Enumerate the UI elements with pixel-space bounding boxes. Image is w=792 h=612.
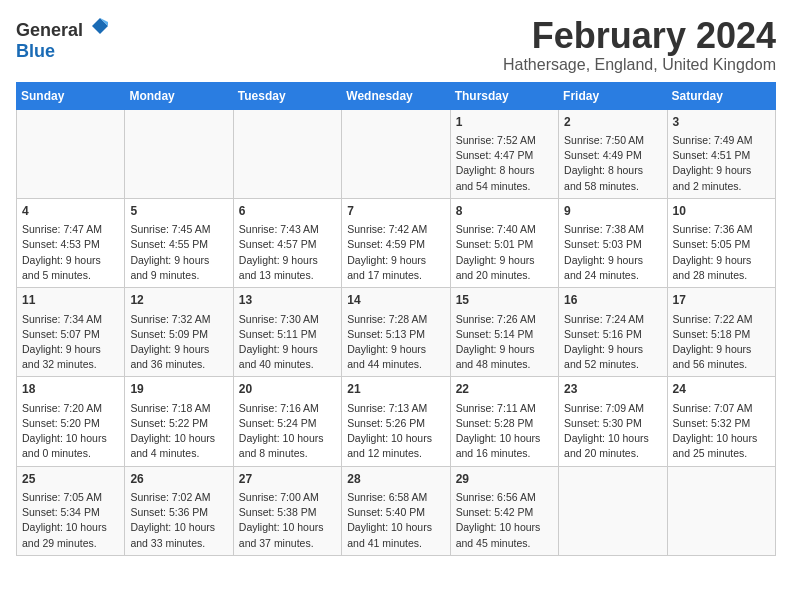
day-info: Sunrise: 7:28 AMSunset: 5:13 PMDaylight:… (347, 312, 444, 373)
day-number: 2 (564, 114, 661, 131)
day-info: Sunrise: 7:42 AMSunset: 4:59 PMDaylight:… (347, 222, 444, 283)
day-number: 21 (347, 381, 444, 398)
day-number: 13 (239, 292, 336, 309)
day-number: 16 (564, 292, 661, 309)
logo-icon (90, 16, 110, 36)
day-info: Sunrise: 7:49 AMSunset: 4:51 PMDaylight:… (673, 133, 770, 194)
table-row: 1Sunrise: 7:52 AMSunset: 4:47 PMDaylight… (450, 109, 558, 198)
col-friday: Friday (559, 82, 667, 109)
day-number: 9 (564, 203, 661, 220)
calendar-header-row: Sunday Monday Tuesday Wednesday Thursday… (17, 82, 776, 109)
table-row: 26Sunrise: 7:02 AMSunset: 5:36 PMDayligh… (125, 466, 233, 555)
table-row: 28Sunrise: 6:58 AMSunset: 5:40 PMDayligh… (342, 466, 450, 555)
day-info: Sunrise: 7:32 AMSunset: 5:09 PMDaylight:… (130, 312, 227, 373)
table-row: 12Sunrise: 7:32 AMSunset: 5:09 PMDayligh… (125, 288, 233, 377)
table-row: 2Sunrise: 7:50 AMSunset: 4:49 PMDaylight… (559, 109, 667, 198)
day-number: 7 (347, 203, 444, 220)
table-row: 3Sunrise: 7:49 AMSunset: 4:51 PMDaylight… (667, 109, 775, 198)
day-number: 10 (673, 203, 770, 220)
table-row: 27Sunrise: 7:00 AMSunset: 5:38 PMDayligh… (233, 466, 341, 555)
table-row: 21Sunrise: 7:13 AMSunset: 5:26 PMDayligh… (342, 377, 450, 466)
table-row: 11Sunrise: 7:34 AMSunset: 5:07 PMDayligh… (17, 288, 125, 377)
day-number: 1 (456, 114, 553, 131)
table-row: 10Sunrise: 7:36 AMSunset: 5:05 PMDayligh… (667, 198, 775, 287)
day-number: 6 (239, 203, 336, 220)
table-row: 24Sunrise: 7:07 AMSunset: 5:32 PMDayligh… (667, 377, 775, 466)
calendar-week-row: 18Sunrise: 7:20 AMSunset: 5:20 PMDayligh… (17, 377, 776, 466)
col-sunday: Sunday (17, 82, 125, 109)
day-info: Sunrise: 6:58 AMSunset: 5:40 PMDaylight:… (347, 490, 444, 551)
day-number: 15 (456, 292, 553, 309)
day-number: 8 (456, 203, 553, 220)
day-number: 17 (673, 292, 770, 309)
day-number: 26 (130, 471, 227, 488)
day-info: Sunrise: 7:38 AMSunset: 5:03 PMDaylight:… (564, 222, 661, 283)
day-info: Sunrise: 7:20 AMSunset: 5:20 PMDaylight:… (22, 401, 119, 462)
table-row: 8Sunrise: 7:40 AMSunset: 5:01 PMDaylight… (450, 198, 558, 287)
table-row (125, 109, 233, 198)
table-row (342, 109, 450, 198)
title-area: February 2024 Hathersage, England, Unite… (503, 16, 776, 74)
table-row: 9Sunrise: 7:38 AMSunset: 5:03 PMDaylight… (559, 198, 667, 287)
table-row: 15Sunrise: 7:26 AMSunset: 5:14 PMDayligh… (450, 288, 558, 377)
table-row: 13Sunrise: 7:30 AMSunset: 5:11 PMDayligh… (233, 288, 341, 377)
table-row: 7Sunrise: 7:42 AMSunset: 4:59 PMDaylight… (342, 198, 450, 287)
day-info: Sunrise: 7:16 AMSunset: 5:24 PMDaylight:… (239, 401, 336, 462)
table-row (233, 109, 341, 198)
day-number: 19 (130, 381, 227, 398)
day-info: Sunrise: 7:07 AMSunset: 5:32 PMDaylight:… (673, 401, 770, 462)
day-info: Sunrise: 7:47 AMSunset: 4:53 PMDaylight:… (22, 222, 119, 283)
day-number: 23 (564, 381, 661, 398)
table-row: 20Sunrise: 7:16 AMSunset: 5:24 PMDayligh… (233, 377, 341, 466)
day-info: Sunrise: 7:43 AMSunset: 4:57 PMDaylight:… (239, 222, 336, 283)
day-number: 25 (22, 471, 119, 488)
day-info: Sunrise: 7:18 AMSunset: 5:22 PMDaylight:… (130, 401, 227, 462)
day-number: 3 (673, 114, 770, 131)
day-info: Sunrise: 6:56 AMSunset: 5:42 PMDaylight:… (456, 490, 553, 551)
table-row (17, 109, 125, 198)
col-tuesday: Tuesday (233, 82, 341, 109)
table-row: 18Sunrise: 7:20 AMSunset: 5:20 PMDayligh… (17, 377, 125, 466)
day-number: 29 (456, 471, 553, 488)
day-info: Sunrise: 7:24 AMSunset: 5:16 PMDaylight:… (564, 312, 661, 373)
calendar-week-row: 1Sunrise: 7:52 AMSunset: 4:47 PMDaylight… (17, 109, 776, 198)
table-row: 29Sunrise: 6:56 AMSunset: 5:42 PMDayligh… (450, 466, 558, 555)
col-wednesday: Wednesday (342, 82, 450, 109)
table-row (667, 466, 775, 555)
calendar-table: Sunday Monday Tuesday Wednesday Thursday… (16, 82, 776, 556)
col-monday: Monday (125, 82, 233, 109)
day-info: Sunrise: 7:13 AMSunset: 5:26 PMDaylight:… (347, 401, 444, 462)
day-info: Sunrise: 7:26 AMSunset: 5:14 PMDaylight:… (456, 312, 553, 373)
month-title: February 2024 (503, 16, 776, 56)
day-number: 12 (130, 292, 227, 309)
day-number: 20 (239, 381, 336, 398)
table-row: 5Sunrise: 7:45 AMSunset: 4:55 PMDaylight… (125, 198, 233, 287)
day-number: 11 (22, 292, 119, 309)
logo-general: General (16, 20, 83, 40)
calendar-week-row: 11Sunrise: 7:34 AMSunset: 5:07 PMDayligh… (17, 288, 776, 377)
svg-marker-0 (92, 18, 108, 34)
day-number: 27 (239, 471, 336, 488)
day-info: Sunrise: 7:36 AMSunset: 5:05 PMDaylight:… (673, 222, 770, 283)
table-row: 22Sunrise: 7:11 AMSunset: 5:28 PMDayligh… (450, 377, 558, 466)
day-info: Sunrise: 7:11 AMSunset: 5:28 PMDaylight:… (456, 401, 553, 462)
day-info: Sunrise: 7:05 AMSunset: 5:34 PMDaylight:… (22, 490, 119, 551)
day-number: 28 (347, 471, 444, 488)
day-info: Sunrise: 7:30 AMSunset: 5:11 PMDaylight:… (239, 312, 336, 373)
day-info: Sunrise: 7:02 AMSunset: 5:36 PMDaylight:… (130, 490, 227, 551)
day-number: 22 (456, 381, 553, 398)
table-row: 6Sunrise: 7:43 AMSunset: 4:57 PMDaylight… (233, 198, 341, 287)
day-number: 18 (22, 381, 119, 398)
calendar-week-row: 25Sunrise: 7:05 AMSunset: 5:34 PMDayligh… (17, 466, 776, 555)
day-info: Sunrise: 7:40 AMSunset: 5:01 PMDaylight:… (456, 222, 553, 283)
table-row: 23Sunrise: 7:09 AMSunset: 5:30 PMDayligh… (559, 377, 667, 466)
table-row: 19Sunrise: 7:18 AMSunset: 5:22 PMDayligh… (125, 377, 233, 466)
day-info: Sunrise: 7:50 AMSunset: 4:49 PMDaylight:… (564, 133, 661, 194)
location-title: Hathersage, England, United Kingdom (503, 56, 776, 74)
day-info: Sunrise: 7:34 AMSunset: 5:07 PMDaylight:… (22, 312, 119, 373)
day-number: 14 (347, 292, 444, 309)
logo-text: General Blue (16, 16, 110, 62)
day-number: 5 (130, 203, 227, 220)
col-thursday: Thursday (450, 82, 558, 109)
day-number: 24 (673, 381, 770, 398)
